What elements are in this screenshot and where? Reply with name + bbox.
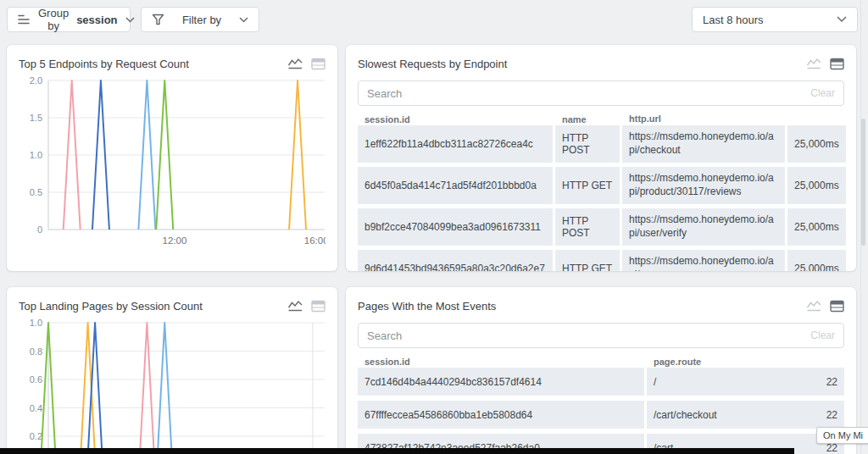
svg-text:1.0: 1.0 (30, 150, 42, 160)
svg-text:0.8: 0.8 (30, 346, 42, 357)
dashboard-grid: Top 5 Endpoints by Request Count 2.01.51… (0, 45, 868, 454)
toolbar: Group by session Filter by Last 8 hours (0, 0, 868, 39)
table-toggle-icon[interactable] (830, 300, 844, 313)
svg-text:0.4: 0.4 (30, 403, 42, 413)
group-by-value: session (76, 14, 117, 26)
table-row[interactable]: 7cd146d4b4a4440294bc836157df4614/22 (358, 368, 844, 396)
svg-text:0.2: 0.2 (30, 431, 42, 441)
cell-http-url: https://msdemo.honeydemo.io/api/user/ver… (622, 208, 785, 246)
cell-duration: 25,000ms (787, 125, 846, 163)
svg-text:1.5: 1.5 (30, 113, 42, 123)
table-row[interactable]: 1eff622fb11a4dbcb311ac82726cea4cHTTP POS… (358, 125, 844, 163)
bottom-black-bar (0, 448, 794, 454)
filter-by-button[interactable]: Filter by (141, 7, 259, 32)
chevron-down-icon (837, 16, 847, 23)
cell-http-url: https://msdemo.honeydemo.io/api/checkout (622, 125, 785, 163)
cell-session-id: b9bf2cce47084099bea3ad0961673311 (358, 208, 553, 246)
panel-top-landing-pages: Top Landing Pages by Session Count 1.00.… (7, 287, 337, 454)
line-chart-toggle-icon[interactable] (287, 57, 303, 70)
search-box: Clear (358, 80, 844, 106)
cell-name: HTTP POST (555, 208, 620, 246)
cell-http-url: https://msdemo.honeydemo.io/api/product/… (622, 167, 785, 204)
svg-text:16:00: 16:00 (304, 235, 326, 246)
filter-funnel-icon (152, 14, 164, 25)
line-chart-toggle-icon[interactable] (806, 299, 822, 313)
cell-session-id: 67ffffeccea54586860bba1eb5808d64 (358, 401, 644, 429)
line-chart-toggle-icon[interactable] (287, 299, 303, 313)
column-header-name: name (555, 114, 620, 125)
svg-text:2.0: 2.0 (30, 75, 42, 86)
svg-text:0: 0 (37, 224, 42, 235)
cell-duration: 25,000ms (787, 250, 846, 271)
group-by-button[interactable]: Group by session (7, 7, 131, 32)
cell-page-route: /cart/checkout22 (647, 401, 844, 429)
search-box: Clear (358, 323, 844, 348)
os-tooltip-text: On My Mi (823, 430, 863, 440)
panel-slowest-requests: Slowest Requests by Endpoint Clear sessi… (346, 45, 856, 271)
page-route-value: /cart/checkout (654, 409, 717, 421)
svg-text:1.0: 1.0 (30, 318, 42, 328)
svg-text:0.5: 0.5 (30, 187, 42, 197)
landing-pages-session-count-chart[interactable]: 1.00.80.60.40.2 (19, 316, 326, 454)
cell-session-id: 7cd146d4b4a4440294bc836157df4614 (358, 368, 644, 396)
svg-text:12:00: 12:00 (163, 235, 187, 246)
cell-page-route: /22 (647, 368, 844, 396)
table-row[interactable]: 67ffffeccea54586860bba1eb5808d64/cart/ch… (358, 401, 844, 429)
cell-session-id: 1eff622fb11a4dbcb311ac82726cea4c (358, 125, 553, 163)
group-by-label: Group by (38, 7, 69, 32)
time-range-select[interactable]: Last 8 hours (692, 7, 858, 32)
os-tooltip: On My Mi (816, 427, 868, 444)
panel-title: Pages With the Most Events (358, 300, 496, 313)
column-header-session-id: session.id (358, 114, 553, 125)
table-header: session.id page.route (358, 355, 844, 368)
table-toggle-icon[interactable] (311, 58, 326, 70)
cell-duration: 25,000ms (787, 167, 846, 204)
panel-title: Slowest Requests by Endpoint (358, 58, 507, 70)
cell-session-id: 6d45f0a5da414c71ad5f4df201bbbd0a (358, 167, 553, 204)
panel-title: Top 5 Endpoints by Request Count (19, 58, 189, 70)
search-input[interactable] (367, 329, 804, 342)
search-input[interactable] (367, 87, 804, 100)
time-range-value: Last 8 hours (703, 14, 764, 26)
table-body: 7cd146d4b4a4440294bc836157df4614/2267fff… (358, 368, 844, 454)
scrollbar-thumb[interactable] (861, 119, 865, 246)
cell-name: HTTP GET (555, 167, 620, 204)
clear-search-button[interactable]: Clear (810, 87, 835, 99)
panel-top-endpoints: Top 5 Endpoints by Request Count 2.01.51… (7, 45, 337, 271)
table-header: session.id name http.url (358, 113, 844, 125)
table-body: 1eff622fb11a4dbcb311ac82726cea4cHTTP POS… (358, 125, 844, 271)
panel-title: Top Landing Pages by Session Count (19, 300, 203, 313)
line-chart-toggle-icon[interactable] (806, 57, 822, 70)
table-toggle-icon[interactable] (311, 300, 326, 313)
svg-text:0.6: 0.6 (30, 374, 42, 385)
chevron-down-icon (125, 17, 135, 23)
table-toggle-icon[interactable] (830, 58, 844, 70)
event-count-value: 22 (826, 409, 837, 421)
cell-http-url: https://msdemo.honeydemo.io/api/c (622, 250, 785, 271)
table-row[interactable]: b9bf2cce47084099bea3ad0961673311HTTP POS… (358, 208, 844, 246)
panel-pages-most-events: Pages With the Most Events Clear session… (346, 287, 856, 454)
chevron-down-icon (239, 17, 248, 23)
endpoints-request-count-chart[interactable]: 2.01.51.00.5012:0016:00 (19, 74, 326, 262)
cell-name: HTTP POST (555, 125, 620, 163)
column-header-http-url: http.url (622, 113, 785, 125)
group-by-icon (18, 14, 31, 25)
column-header-session-id: session.id (358, 357, 644, 367)
filter-by-label: Filter by (182, 14, 221, 26)
table-row[interactable]: 9d6d41453bd9436595a80a3c20d6a2e7HTTP GET… (358, 250, 844, 271)
column-header-page-route: page.route (647, 357, 844, 367)
cell-duration: 25,000ms (787, 208, 846, 246)
cell-session-id: 9d6d41453bd9436595a80a3c20d6a2e7 (358, 250, 553, 271)
event-count-value: 22 (826, 376, 837, 388)
table-row[interactable]: 6d45f0a5da414c71ad5f4df201bbbd0aHTTP GET… (358, 167, 844, 204)
cell-name: HTTP GET (555, 250, 620, 271)
page-route-value: / (654, 376, 656, 388)
clear-search-button[interactable]: Clear (810, 329, 835, 341)
